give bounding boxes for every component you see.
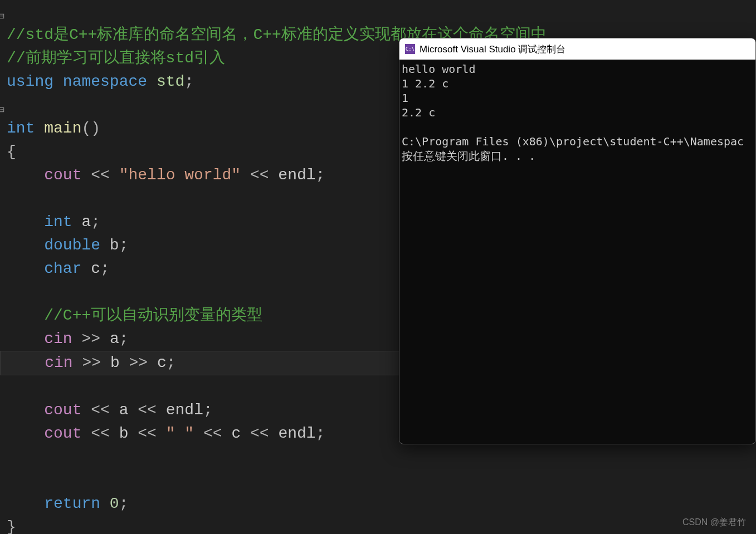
code-comment: //前期学习可以直接将std引入 [7, 50, 225, 67]
console-line: 按任意键关闭此窗口. . . [402, 149, 535, 163]
console-line: C:\Program Files (x86)\project\student-C… [402, 135, 744, 148]
kw-namespace: namespace [63, 73, 147, 90]
console-line: 1 [402, 91, 408, 105]
brace-open: { [7, 143, 16, 160]
fold-marker-icon[interactable]: ⊟ [0, 99, 4, 122]
ident-cout: cout [44, 166, 81, 184]
vs-console-icon: C:\ [405, 44, 415, 54]
console-window[interactable]: C:\ Microsoft Visual Studio 调试控制台 hello … [399, 38, 756, 444]
fold-marker-icon[interactable]: ⊟ [0, 5, 4, 28]
watermark: CSDN @姜君竹 [682, 517, 746, 528]
kw-int: int [7, 120, 35, 137]
kw-return: return [44, 495, 100, 512]
code-comment: //C++可以自动识别变量的类型 [44, 307, 262, 324]
brace-close: } [7, 518, 16, 534]
kw-using: using [7, 73, 53, 90]
console-title: Microsoft Visual Studio 调试控制台 [420, 43, 565, 56]
ident-std: std [157, 73, 184, 90]
console-titlebar[interactable]: C:\ Microsoft Visual Studio 调试控制台 [399, 38, 755, 60]
console-line: 1 2.2 c [402, 77, 448, 90]
func-main: main [44, 120, 81, 137]
console-output[interactable]: hello world 1 2.2 c 1 2.2 c C:\Program F… [399, 60, 755, 165]
string-literal: "hello world" [119, 166, 241, 184]
console-line: 2.2 c [402, 106, 435, 119]
ident-cin: cin [44, 330, 72, 347]
console-line: hello world [402, 62, 475, 76]
